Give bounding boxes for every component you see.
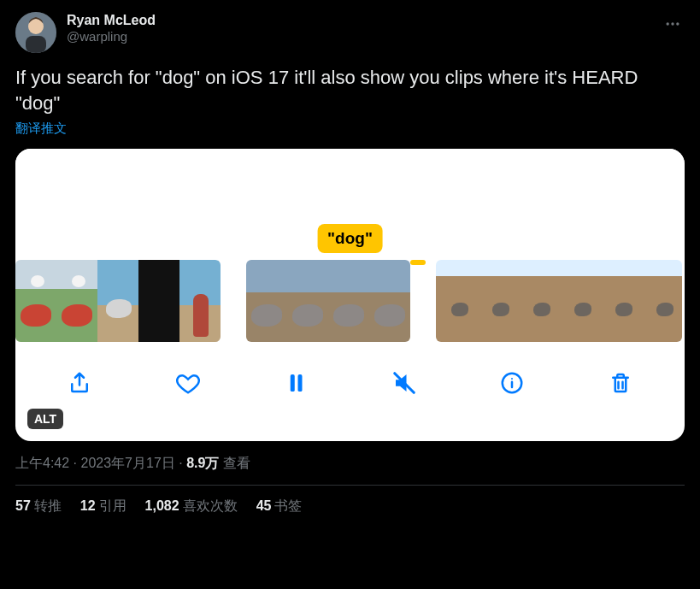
svg-rect-2 bbox=[26, 36, 46, 53]
video-frame bbox=[600, 260, 641, 342]
video-frame bbox=[56, 260, 97, 342]
retweets-stat[interactable]: 57转推 bbox=[15, 498, 62, 515]
video-frame bbox=[518, 260, 559, 342]
info-button[interactable] bbox=[493, 364, 531, 402]
tweet-header: Ryan McLeod @warpling bbox=[15, 12, 685, 53]
video-frame bbox=[641, 260, 682, 342]
alt-badge[interactable]: ALT bbox=[27, 409, 63, 429]
video-frame bbox=[436, 260, 477, 342]
media-controls bbox=[15, 342, 685, 424]
video-frame bbox=[369, 260, 410, 342]
video-frame bbox=[328, 260, 369, 342]
video-frame bbox=[15, 260, 56, 342]
display-name[interactable]: Ryan McLeod bbox=[67, 12, 156, 29]
share-button[interactable] bbox=[61, 364, 98, 402]
search-term-bubble: "dog" bbox=[317, 224, 383, 253]
playhead-marker-icon bbox=[410, 260, 426, 265]
svg-point-3 bbox=[667, 22, 669, 25]
tweet-meta: 上午4:42 · 2023年7月17日 · 8.9万 查看 bbox=[15, 455, 685, 473]
tweet-container: Ryan McLeod @warpling If you search for … bbox=[0, 0, 700, 524]
translate-link[interactable]: 翻译推文 bbox=[15, 121, 67, 137]
tweet-date[interactable]: 2023年7月17日 bbox=[80, 456, 174, 470]
video-frame bbox=[138, 260, 179, 342]
avatar[interactable] bbox=[15, 12, 56, 53]
media-preview-top: "dog" bbox=[15, 149, 685, 260]
bookmarks-stat[interactable]: 45书签 bbox=[256, 498, 303, 515]
media-attachment[interactable]: "dog" bbox=[15, 149, 685, 441]
likes-stat[interactable]: 1,082喜欢次数 bbox=[145, 498, 238, 515]
clip-group[interactable] bbox=[15, 260, 221, 342]
video-frame bbox=[287, 260, 328, 342]
video-frame bbox=[246, 260, 287, 342]
clip-group[interactable] bbox=[436, 260, 682, 342]
view-count: 8.9万 bbox=[186, 456, 219, 470]
video-frame bbox=[97, 260, 138, 342]
tweet-time[interactable]: 上午4:42 bbox=[15, 456, 69, 470]
like-button[interactable] bbox=[169, 364, 207, 402]
more-options-button[interactable] bbox=[661, 12, 685, 39]
video-frame bbox=[559, 260, 600, 342]
clip-group-active[interactable] bbox=[246, 260, 410, 342]
svg-point-11 bbox=[511, 378, 513, 380]
quotes-stat[interactable]: 12引用 bbox=[80, 498, 126, 515]
svg-point-5 bbox=[676, 22, 679, 25]
view-label: 查看 bbox=[219, 456, 250, 470]
user-handle[interactable]: @warpling bbox=[67, 29, 156, 45]
pause-button[interactable] bbox=[277, 364, 315, 402]
video-timeline[interactable] bbox=[15, 260, 685, 342]
video-frame bbox=[179, 260, 221, 342]
mute-button[interactable] bbox=[385, 364, 423, 402]
engagement-stats: 57转推 12引用 1,082喜欢次数 45书签 bbox=[15, 486, 685, 515]
tweet-text: If you search for "dog" on iOS 17 it'll … bbox=[15, 65, 685, 115]
user-info: Ryan McLeod @warpling bbox=[67, 12, 156, 45]
delete-button[interactable] bbox=[602, 364, 639, 402]
svg-rect-7 bbox=[298, 374, 303, 392]
svg-rect-6 bbox=[291, 374, 295, 392]
video-frame bbox=[477, 260, 518, 342]
svg-point-4 bbox=[671, 22, 674, 25]
